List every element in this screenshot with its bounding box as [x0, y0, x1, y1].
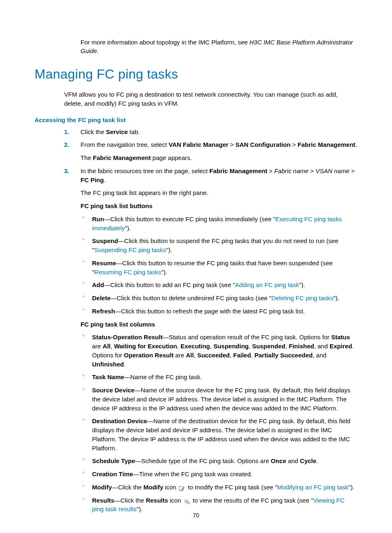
- option: Once: [271, 457, 286, 464]
- option: Waiting for Execution: [114, 343, 177, 350]
- term: Run: [92, 216, 104, 222]
- text: ,: [230, 352, 233, 359]
- term: Destination Device: [92, 417, 147, 424]
- list-item: Refresh—Click this button to refresh the…: [81, 307, 357, 316]
- text: —Schedule type of the FC ping task. Opti…: [135, 457, 271, 464]
- text: The: [81, 154, 93, 161]
- text: Click the: [81, 128, 106, 135]
- columns-list: Status-Operation Result—Status and opera…: [81, 333, 357, 514]
- text: ").: [125, 225, 131, 232]
- text: —Time when the FC ping task was created.: [133, 470, 252, 477]
- text: .: [316, 457, 318, 464]
- text: page appears.: [151, 154, 192, 161]
- option: Cycle: [300, 457, 316, 464]
- text: are: [173, 352, 186, 359]
- term: Status: [331, 334, 350, 341]
- subsection-heading: FC ping task list buttons: [81, 202, 357, 211]
- text: >: [267, 167, 274, 174]
- text: ,: [194, 352, 197, 359]
- variable: Fabric name: [274, 167, 309, 174]
- text: , and: [313, 352, 326, 359]
- cross-reference-link[interactable]: Modifying an FC ping task: [277, 484, 348, 491]
- term: Operation Result: [124, 352, 174, 359]
- list-item: Results—Click the Results icon to view t…: [81, 496, 357, 514]
- term: Delete: [92, 294, 111, 301]
- text: —Click this button to delete undesired F…: [111, 294, 271, 301]
- step-1: 1. Click the Service tab.: [64, 127, 357, 137]
- ui-label: Fabric Management: [210, 167, 267, 174]
- list-item: Suspend—Click this button to suspend the…: [81, 236, 357, 255]
- list-item: Schedule Type—Schedule type of the FC pi…: [81, 457, 357, 466]
- ui-label: VAN Fabric Manager: [168, 141, 228, 148]
- text: ").: [333, 294, 339, 301]
- text: ,: [251, 352, 254, 359]
- term: Schedule Type: [92, 457, 135, 464]
- term: Resume: [92, 260, 116, 266]
- step-3: 3. In the fabric resources tree on the p…: [64, 167, 357, 514]
- intro-paragraph: VFM allows you to FC ping a destination …: [64, 90, 357, 108]
- text: .: [104, 176, 106, 183]
- list-item: Task Name—Name of the FC ping task.: [81, 373, 357, 382]
- intro-top: For more information about topology in t…: [81, 38, 357, 55]
- cross-reference-link[interactable]: Adding an FC ping task: [235, 281, 299, 288]
- text: ").: [166, 246, 172, 253]
- list-item: Resume—Click this button to resume the F…: [81, 259, 357, 277]
- term: Modify: [143, 484, 163, 491]
- list-item: Add—Click this button to add an FC ping …: [81, 280, 357, 290]
- option: Unfinished: [92, 361, 124, 368]
- step-2: 2. From the navigation tree, select VAN …: [64, 140, 357, 162]
- option: Finished: [289, 343, 314, 350]
- text: ").: [161, 269, 168, 276]
- buttons-list: Run—Click this button to execute FC ping…: [81, 215, 357, 316]
- text: are: [92, 343, 103, 350]
- text: >: [309, 167, 316, 174]
- text: >: [350, 167, 355, 174]
- cross-reference-link[interactable]: Suspending FC ping tasks: [94, 246, 166, 253]
- ui-label: SAN Configuration: [235, 141, 291, 148]
- ui-label: Fabric Management: [297, 141, 355, 148]
- variable: VSAN name: [316, 167, 350, 174]
- option: All: [186, 352, 194, 359]
- option: All: [103, 343, 111, 350]
- term: Refresh: [92, 308, 115, 315]
- option: Executing: [180, 343, 210, 350]
- term: Results: [146, 497, 168, 504]
- text: ").: [136, 505, 143, 512]
- option: Suspending: [213, 343, 249, 350]
- term: Suspend: [92, 237, 118, 244]
- text: to view the results of the FC ping task …: [191, 497, 313, 504]
- text: tab.: [128, 128, 140, 135]
- text: —Click the: [112, 484, 143, 491]
- text: —Click this button to refresh the page w…: [115, 308, 305, 315]
- results-icon: [184, 498, 190, 504]
- text: and: [286, 457, 300, 464]
- text: —Click the: [114, 497, 146, 504]
- text: From the navigation tree, select: [81, 141, 168, 148]
- term: Add: [92, 281, 104, 288]
- text: icon: [163, 484, 178, 491]
- text: In the fabric resources tree on the page…: [81, 167, 210, 174]
- term: Creation Time: [92, 470, 133, 477]
- list-item: Status-Operation Result—Status and opera…: [81, 333, 357, 368]
- svg-line-5: [189, 503, 190, 504]
- text: For more information about topology in t…: [81, 39, 249, 46]
- option: Succeeded: [197, 352, 230, 359]
- cross-reference-link[interactable]: Resuming FC ping tasks: [94, 269, 161, 276]
- text: icon: [168, 497, 183, 504]
- text: to modify the FC ping task (see ": [186, 484, 277, 491]
- document-page: For more information about topology in t…: [0, 0, 392, 533]
- cross-reference-link[interactable]: Deleting FC ping tasks: [271, 294, 333, 301]
- term: Modify: [92, 484, 112, 491]
- ui-label: Service: [106, 128, 128, 135]
- modify-icon: [179, 485, 185, 491]
- text: —Name of the FC ping task.: [124, 373, 202, 380]
- list-item: Destination Device—Name of the destinati…: [81, 417, 357, 452]
- text: , and: [314, 343, 330, 350]
- term: Status-Operation Result: [92, 334, 163, 341]
- step-number: 3.: [64, 167, 69, 176]
- text: ").: [299, 281, 305, 288]
- list-item: Modify—Click the Modify icon to modify t…: [81, 483, 357, 492]
- text: .: [97, 47, 99, 54]
- text: The FC ping task list appears in the rig…: [81, 188, 357, 197]
- option: Expired: [330, 343, 352, 350]
